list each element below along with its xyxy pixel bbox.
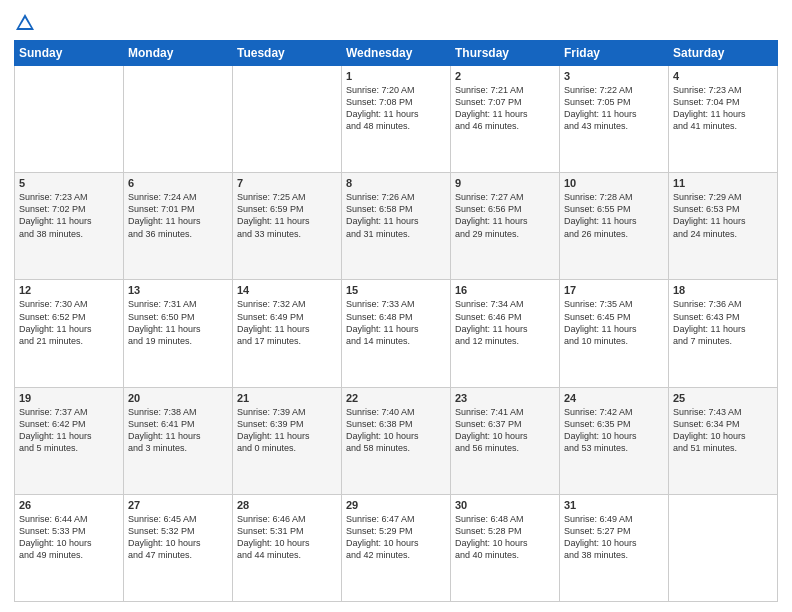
day-number: 29 bbox=[346, 499, 446, 511]
cell-content: Sunrise: 7:32 AM Sunset: 6:49 PM Dayligh… bbox=[237, 298, 337, 347]
cell-content: Sunrise: 7:41 AM Sunset: 6:37 PM Dayligh… bbox=[455, 406, 555, 455]
calendar-cell: 18Sunrise: 7:36 AM Sunset: 6:43 PM Dayli… bbox=[669, 280, 778, 387]
calendar-cell: 13Sunrise: 7:31 AM Sunset: 6:50 PM Dayli… bbox=[124, 280, 233, 387]
week-row-2: 5Sunrise: 7:23 AM Sunset: 7:02 PM Daylig… bbox=[15, 173, 778, 280]
day-number: 10 bbox=[564, 177, 664, 189]
logo-icon bbox=[14, 12, 36, 34]
week-row-5: 26Sunrise: 6:44 AM Sunset: 5:33 PM Dayli… bbox=[15, 494, 778, 601]
calendar-cell: 9Sunrise: 7:27 AM Sunset: 6:56 PM Daylig… bbox=[451, 173, 560, 280]
day-number: 30 bbox=[455, 499, 555, 511]
day-header-tuesday: Tuesday bbox=[233, 41, 342, 66]
calendar-cell: 17Sunrise: 7:35 AM Sunset: 6:45 PM Dayli… bbox=[560, 280, 669, 387]
calendar-cell: 29Sunrise: 6:47 AM Sunset: 5:29 PM Dayli… bbox=[342, 494, 451, 601]
cell-content: Sunrise: 7:28 AM Sunset: 6:55 PM Dayligh… bbox=[564, 191, 664, 240]
calendar-cell: 4Sunrise: 7:23 AM Sunset: 7:04 PM Daylig… bbox=[669, 66, 778, 173]
calendar-cell: 3Sunrise: 7:22 AM Sunset: 7:05 PM Daylig… bbox=[560, 66, 669, 173]
cell-content: Sunrise: 7:38 AM Sunset: 6:41 PM Dayligh… bbox=[128, 406, 228, 455]
day-header-thursday: Thursday bbox=[451, 41, 560, 66]
calendar-cell: 12Sunrise: 7:30 AM Sunset: 6:52 PM Dayli… bbox=[15, 280, 124, 387]
cell-content: Sunrise: 7:35 AM Sunset: 6:45 PM Dayligh… bbox=[564, 298, 664, 347]
day-number: 6 bbox=[128, 177, 228, 189]
cell-content: Sunrise: 6:49 AM Sunset: 5:27 PM Dayligh… bbox=[564, 513, 664, 562]
cell-content: Sunrise: 7:36 AM Sunset: 6:43 PM Dayligh… bbox=[673, 298, 773, 347]
day-number: 31 bbox=[564, 499, 664, 511]
day-number: 16 bbox=[455, 284, 555, 296]
day-number: 14 bbox=[237, 284, 337, 296]
day-header-friday: Friday bbox=[560, 41, 669, 66]
cell-content: Sunrise: 7:21 AM Sunset: 7:07 PM Dayligh… bbox=[455, 84, 555, 133]
week-row-3: 12Sunrise: 7:30 AM Sunset: 6:52 PM Dayli… bbox=[15, 280, 778, 387]
day-number: 20 bbox=[128, 392, 228, 404]
day-number: 7 bbox=[237, 177, 337, 189]
cell-content: Sunrise: 7:29 AM Sunset: 6:53 PM Dayligh… bbox=[673, 191, 773, 240]
cell-content: Sunrise: 7:26 AM Sunset: 6:58 PM Dayligh… bbox=[346, 191, 446, 240]
day-number: 8 bbox=[346, 177, 446, 189]
cell-content: Sunrise: 6:45 AM Sunset: 5:32 PM Dayligh… bbox=[128, 513, 228, 562]
calendar-cell: 19Sunrise: 7:37 AM Sunset: 6:42 PM Dayli… bbox=[15, 387, 124, 494]
day-number: 9 bbox=[455, 177, 555, 189]
day-number: 11 bbox=[673, 177, 773, 189]
calendar-cell: 1Sunrise: 7:20 AM Sunset: 7:08 PM Daylig… bbox=[342, 66, 451, 173]
cell-content: Sunrise: 7:27 AM Sunset: 6:56 PM Dayligh… bbox=[455, 191, 555, 240]
day-number: 4 bbox=[673, 70, 773, 82]
day-number: 21 bbox=[237, 392, 337, 404]
cell-content: Sunrise: 7:39 AM Sunset: 6:39 PM Dayligh… bbox=[237, 406, 337, 455]
day-number: 2 bbox=[455, 70, 555, 82]
cell-content: Sunrise: 7:23 AM Sunset: 7:02 PM Dayligh… bbox=[19, 191, 119, 240]
cell-content: Sunrise: 7:37 AM Sunset: 6:42 PM Dayligh… bbox=[19, 406, 119, 455]
cell-content: Sunrise: 7:20 AM Sunset: 7:08 PM Dayligh… bbox=[346, 84, 446, 133]
calendar-cell: 21Sunrise: 7:39 AM Sunset: 6:39 PM Dayli… bbox=[233, 387, 342, 494]
cell-content: Sunrise: 7:33 AM Sunset: 6:48 PM Dayligh… bbox=[346, 298, 446, 347]
page: SundayMondayTuesdayWednesdayThursdayFrid… bbox=[0, 0, 792, 612]
calendar-cell: 31Sunrise: 6:49 AM Sunset: 5:27 PM Dayli… bbox=[560, 494, 669, 601]
week-row-4: 19Sunrise: 7:37 AM Sunset: 6:42 PM Dayli… bbox=[15, 387, 778, 494]
day-number: 25 bbox=[673, 392, 773, 404]
day-number: 15 bbox=[346, 284, 446, 296]
calendar-cell: 27Sunrise: 6:45 AM Sunset: 5:32 PM Dayli… bbox=[124, 494, 233, 601]
cell-content: Sunrise: 6:48 AM Sunset: 5:28 PM Dayligh… bbox=[455, 513, 555, 562]
cell-content: Sunrise: 7:22 AM Sunset: 7:05 PM Dayligh… bbox=[564, 84, 664, 133]
cell-content: Sunrise: 6:47 AM Sunset: 5:29 PM Dayligh… bbox=[346, 513, 446, 562]
calendar-cell: 24Sunrise: 7:42 AM Sunset: 6:35 PM Dayli… bbox=[560, 387, 669, 494]
calendar-cell: 30Sunrise: 6:48 AM Sunset: 5:28 PM Dayli… bbox=[451, 494, 560, 601]
calendar-cell: 16Sunrise: 7:34 AM Sunset: 6:46 PM Dayli… bbox=[451, 280, 560, 387]
cell-content: Sunrise: 7:24 AM Sunset: 7:01 PM Dayligh… bbox=[128, 191, 228, 240]
day-number: 17 bbox=[564, 284, 664, 296]
day-number: 13 bbox=[128, 284, 228, 296]
day-number: 19 bbox=[19, 392, 119, 404]
day-header-saturday: Saturday bbox=[669, 41, 778, 66]
calendar-cell: 26Sunrise: 6:44 AM Sunset: 5:33 PM Dayli… bbox=[15, 494, 124, 601]
day-number: 12 bbox=[19, 284, 119, 296]
day-number: 28 bbox=[237, 499, 337, 511]
calendar-cell: 23Sunrise: 7:41 AM Sunset: 6:37 PM Dayli… bbox=[451, 387, 560, 494]
header bbox=[14, 12, 778, 34]
day-number: 1 bbox=[346, 70, 446, 82]
calendar-cell: 5Sunrise: 7:23 AM Sunset: 7:02 PM Daylig… bbox=[15, 173, 124, 280]
day-number: 23 bbox=[455, 392, 555, 404]
calendar-cell: 20Sunrise: 7:38 AM Sunset: 6:41 PM Dayli… bbox=[124, 387, 233, 494]
cell-content: Sunrise: 7:23 AM Sunset: 7:04 PM Dayligh… bbox=[673, 84, 773, 133]
calendar-body: 1Sunrise: 7:20 AM Sunset: 7:08 PM Daylig… bbox=[15, 66, 778, 602]
cell-content: Sunrise: 7:30 AM Sunset: 6:52 PM Dayligh… bbox=[19, 298, 119, 347]
day-header-monday: Monday bbox=[124, 41, 233, 66]
calendar-cell: 28Sunrise: 6:46 AM Sunset: 5:31 PM Dayli… bbox=[233, 494, 342, 601]
day-number: 24 bbox=[564, 392, 664, 404]
calendar-cell: 8Sunrise: 7:26 AM Sunset: 6:58 PM Daylig… bbox=[342, 173, 451, 280]
cell-content: Sunrise: 7:42 AM Sunset: 6:35 PM Dayligh… bbox=[564, 406, 664, 455]
calendar-cell bbox=[15, 66, 124, 173]
cell-content: Sunrise: 6:46 AM Sunset: 5:31 PM Dayligh… bbox=[237, 513, 337, 562]
calendar-cell bbox=[669, 494, 778, 601]
calendar-cell: 11Sunrise: 7:29 AM Sunset: 6:53 PM Dayli… bbox=[669, 173, 778, 280]
calendar-cell: 2Sunrise: 7:21 AM Sunset: 7:07 PM Daylig… bbox=[451, 66, 560, 173]
calendar-cell bbox=[233, 66, 342, 173]
cell-content: Sunrise: 6:44 AM Sunset: 5:33 PM Dayligh… bbox=[19, 513, 119, 562]
calendar-cell: 15Sunrise: 7:33 AM Sunset: 6:48 PM Dayli… bbox=[342, 280, 451, 387]
day-number: 3 bbox=[564, 70, 664, 82]
day-number: 27 bbox=[128, 499, 228, 511]
day-number: 22 bbox=[346, 392, 446, 404]
cell-content: Sunrise: 7:34 AM Sunset: 6:46 PM Dayligh… bbox=[455, 298, 555, 347]
calendar-cell bbox=[124, 66, 233, 173]
day-number: 26 bbox=[19, 499, 119, 511]
week-row-1: 1Sunrise: 7:20 AM Sunset: 7:08 PM Daylig… bbox=[15, 66, 778, 173]
cell-content: Sunrise: 7:31 AM Sunset: 6:50 PM Dayligh… bbox=[128, 298, 228, 347]
